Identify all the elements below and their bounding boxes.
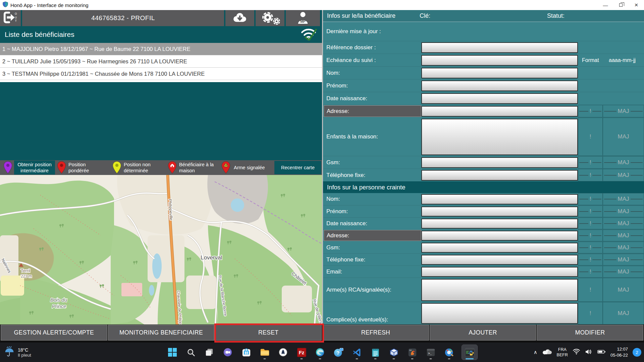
taskbar-weather[interactable]: 18°C Il pleut bbox=[4, 343, 31, 362]
field-input[interactable] bbox=[421, 80, 578, 91]
logout-icon: OUT bbox=[3, 11, 18, 25]
maj-button[interactable]: MAJ bbox=[603, 156, 644, 169]
logout-button[interactable]: OUT bbox=[0, 10, 21, 26]
alert-button[interactable]: ! bbox=[578, 230, 603, 241]
minimize-button[interactable]: — bbox=[598, 0, 613, 10]
maj-button[interactable]: MAJ bbox=[603, 278, 644, 302]
maj-button[interactable]: MAJ bbox=[603, 118, 644, 156]
alert-button[interactable]: ! bbox=[578, 156, 603, 169]
maj-button-label: MAJ bbox=[618, 310, 629, 317]
profile-mp-button[interactable]: MP bbox=[286, 10, 320, 26]
maj-button[interactable]: MAJ bbox=[603, 105, 644, 117]
app-64-icon[interactable]: 64 bbox=[407, 345, 418, 360]
task-view-icon[interactable] bbox=[204, 345, 215, 360]
alert-button[interactable]: ! bbox=[578, 218, 603, 229]
field-input[interactable] bbox=[421, 231, 578, 241]
maj-button[interactable]: MAJ bbox=[603, 242, 644, 253]
status-label: Statut: bbox=[547, 12, 565, 19]
terminal-icon[interactable]: >_ bbox=[425, 345, 436, 360]
maj-button[interactable]: MAJ bbox=[603, 193, 644, 205]
field-input[interactable] bbox=[421, 42, 578, 53]
row-actions: !MAJ bbox=[578, 118, 644, 156]
alert-button[interactable]: ! bbox=[578, 118, 603, 156]
alert-button[interactable]: ! bbox=[578, 254, 603, 265]
notepad-icon[interactable] bbox=[370, 345, 381, 360]
round-app-icon[interactable] bbox=[277, 345, 289, 360]
close-button[interactable]: × bbox=[629, 0, 644, 10]
alert-button[interactable]: ! bbox=[578, 242, 603, 253]
alert-button[interactable]: ! bbox=[578, 169, 603, 181]
field-input[interactable] bbox=[421, 267, 578, 277]
virtualbox-icon[interactable] bbox=[388, 345, 399, 360]
field-input[interactable] bbox=[421, 106, 578, 117]
person-mp-icon: MP bbox=[297, 11, 309, 25]
python-console-icon[interactable] bbox=[462, 345, 477, 360]
alert-button[interactable]: ! bbox=[578, 302, 603, 324]
onedrive-icon[interactable] bbox=[542, 348, 552, 356]
maj-button[interactable]: MAJ bbox=[603, 218, 644, 229]
maj-button[interactable]: MAJ bbox=[603, 230, 644, 241]
alert-button[interactable]: ! bbox=[578, 278, 603, 302]
alert-button[interactable]: ! bbox=[578, 193, 603, 205]
list-item[interactable]: 2 ~ TUILLARD Julie 15/05/1993 ~ Rue Harm… bbox=[0, 55, 322, 68]
alert-button[interactable]: ! bbox=[578, 266, 603, 278]
filezilla-icon[interactable]: Fz bbox=[296, 345, 307, 360]
list-item[interactable]: 3 ~ TESTMAN Philippe 01/12/1981 ~ Chauss… bbox=[0, 68, 322, 80]
windows-start-icon[interactable] bbox=[167, 345, 178, 360]
bottom-button-gestion-alerte-compte[interactable]: GESTION ALERTE/COMPTE bbox=[1, 325, 107, 341]
field-input[interactable] bbox=[421, 206, 578, 217]
row-actions: !MAJ bbox=[578, 302, 644, 324]
field-label: Complice(s) éventuel(s): bbox=[323, 302, 421, 324]
language-indicator[interactable]: FRA BEFR bbox=[557, 347, 568, 358]
file-explorer-icon[interactable] bbox=[259, 345, 270, 360]
restore-button[interactable] bbox=[613, 0, 629, 10]
field-input[interactable] bbox=[421, 303, 578, 324]
field-input[interactable] bbox=[421, 194, 578, 204]
running-indicator bbox=[301, 358, 303, 359]
field-input[interactable] bbox=[421, 119, 578, 155]
help-mail-icon[interactable]: ? bbox=[333, 345, 344, 360]
clock[interactable]: 12:07 05-06-22 bbox=[610, 346, 628, 358]
field-label: Nom: bbox=[323, 193, 421, 205]
form-row: Téléphone fixe:!MAJ bbox=[323, 253, 644, 265]
microsoft-store-icon[interactable] bbox=[240, 345, 252, 360]
maj-button[interactable]: MAJ bbox=[603, 302, 644, 324]
maj-button[interactable]: MAJ bbox=[603, 169, 644, 181]
battery-icon[interactable] bbox=[597, 349, 606, 355]
cloud-download-button[interactable] bbox=[225, 10, 254, 26]
maj-button[interactable]: MAJ bbox=[603, 254, 644, 265]
field-input[interactable] bbox=[421, 93, 578, 104]
field-input[interactable] bbox=[421, 255, 578, 265]
field-input[interactable] bbox=[421, 157, 578, 168]
maj-button[interactable]: MAJ bbox=[603, 266, 644, 278]
notification-badge[interactable]: 2 bbox=[633, 348, 641, 357]
wifi-icon[interactable] bbox=[573, 349, 580, 356]
field-input[interactable] bbox=[421, 55, 578, 66]
volume-icon[interactable] bbox=[585, 349, 593, 356]
field-input[interactable] bbox=[421, 243, 578, 253]
chat-icon[interactable] bbox=[222, 345, 233, 360]
field-input[interactable] bbox=[421, 68, 578, 78]
field-input[interactable] bbox=[421, 219, 578, 229]
vscode-icon[interactable] bbox=[351, 345, 363, 360]
paint-icon[interactable] bbox=[443, 345, 455, 360]
edge-icon[interactable] bbox=[314, 345, 326, 360]
bottom-button-modifier[interactable]: MODIFIER bbox=[537, 325, 643, 341]
bottom-button-refresh[interactable]: REFRESH bbox=[322, 325, 429, 341]
alert-button[interactable]: ! bbox=[578, 105, 603, 117]
tray-chevron-icon[interactable]: ∧ bbox=[534, 349, 537, 355]
maj-button[interactable]: MAJ bbox=[603, 205, 644, 217]
bottom-button-monitoring-beneficiaire[interactable]: MONITORING BENEFICIAIRE bbox=[108, 325, 215, 341]
profile-button[interactable]: 446765832 - PROFIL bbox=[22, 10, 224, 26]
field-input[interactable] bbox=[421, 279, 578, 301]
map[interactable]: LovervalChâteletRue de VillersTerril223 … bbox=[0, 175, 322, 324]
field-input[interactable] bbox=[421, 170, 578, 181]
search-icon[interactable] bbox=[185, 345, 197, 360]
recenter-map-button[interactable]: Recentrer carte bbox=[274, 161, 321, 174]
maj-button-label: MAJ bbox=[618, 159, 629, 166]
bottom-button-ajouter[interactable]: AJOUTER bbox=[430, 325, 536, 341]
alert-button[interactable]: ! bbox=[578, 205, 603, 217]
settings-button[interactable] bbox=[256, 10, 284, 26]
bottom-button-reset[interactable]: RESET bbox=[215, 325, 322, 341]
list-item[interactable]: 1 ~ MAJJOLINO Pietro 18/12/1967 ~ Rue de… bbox=[0, 43, 322, 55]
